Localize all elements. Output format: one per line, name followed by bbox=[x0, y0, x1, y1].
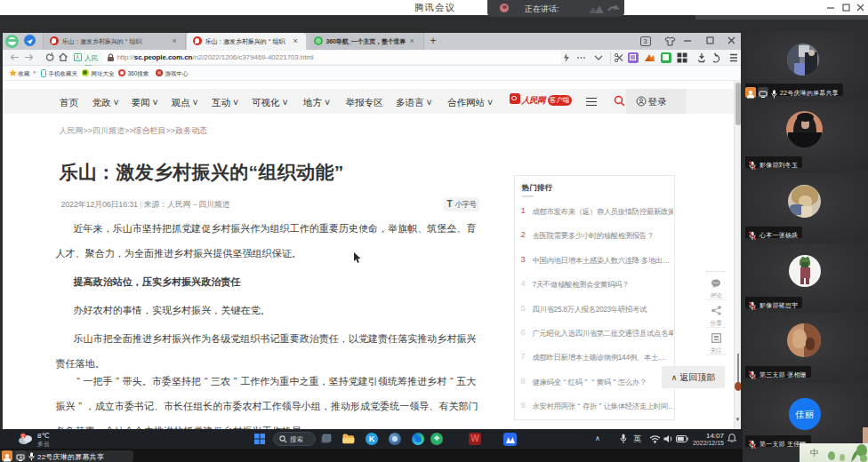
svg-text:1: 1 bbox=[22, 434, 25, 439]
